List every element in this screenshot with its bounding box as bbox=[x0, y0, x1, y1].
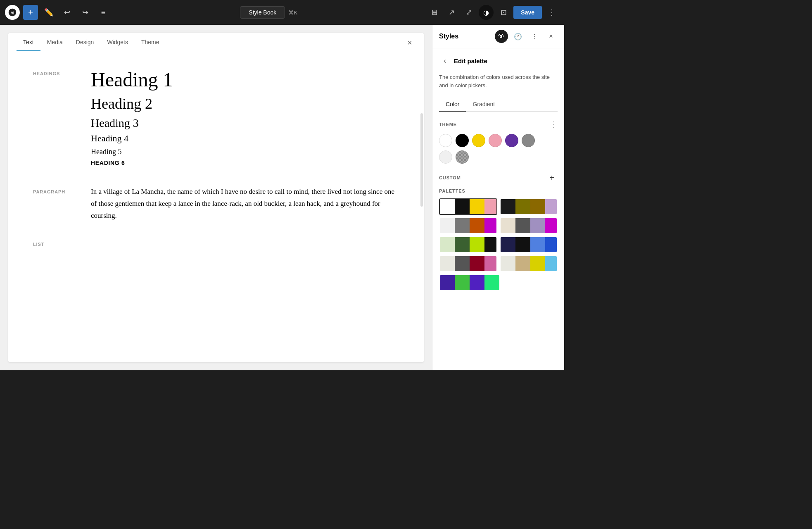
swatch-gray[interactable] bbox=[522, 134, 535, 147]
edit-palette-header: ‹ Edit palette bbox=[439, 55, 558, 67]
styles-content: ‹ Edit palette The combination of colors… bbox=[432, 48, 564, 370]
theme-label: THEME bbox=[439, 122, 457, 127]
edit-palette-desc: The combination of colors used across th… bbox=[439, 73, 558, 89]
styles-panel-title: Styles bbox=[439, 33, 491, 40]
theme-section-header: THEME ⋮ bbox=[439, 120, 558, 129]
headings-content: Heading 1 Heading 2 Heading 3 Heading 4 … bbox=[91, 68, 399, 169]
history-icon[interactable]: 🕐 bbox=[511, 30, 525, 43]
palette-row-5 bbox=[439, 274, 558, 291]
custom-label: CUSTOM bbox=[439, 175, 461, 180]
scrollbar[interactable] bbox=[420, 113, 423, 207]
palette-item-4[interactable] bbox=[500, 217, 558, 234]
palette-row-4 bbox=[439, 255, 558, 272]
heading-3: Heading 3 bbox=[91, 116, 399, 130]
swatch-black[interactable] bbox=[456, 134, 469, 147]
tab-widgets[interactable]: Widgets bbox=[100, 33, 135, 51]
palette-item-1[interactable] bbox=[439, 198, 497, 215]
external-link-icon[interactable]: ↗ bbox=[444, 5, 459, 20]
content-card: Text Media Design Widgets Theme × HEADIN… bbox=[8, 33, 424, 362]
palette-item-7[interactable] bbox=[439, 255, 497, 272]
heading-5: Heading 5 bbox=[91, 148, 399, 157]
palettes-label: PALETTES bbox=[439, 188, 558, 193]
palette-row-3 bbox=[439, 236, 558, 253]
tab-text[interactable]: Text bbox=[17, 33, 40, 51]
edit-icon[interactable]: ✏️ bbox=[41, 5, 56, 20]
add-custom-color-button[interactable]: + bbox=[546, 172, 558, 183]
tab-theme[interactable]: Theme bbox=[135, 33, 166, 51]
panel-toggle-icon[interactable]: ⊡ bbox=[496, 5, 511, 20]
styles-panel-header: Styles 👁 🕐 ⋮ × bbox=[432, 25, 564, 48]
heading-2: Heading 2 bbox=[91, 95, 399, 113]
tabs-bar: Text Media Design Widgets Theme × bbox=[8, 33, 424, 51]
sub-tab-gradient[interactable]: Gradient bbox=[466, 98, 501, 112]
palette-row-2 bbox=[439, 217, 558, 234]
style-book-label: Style Book bbox=[240, 6, 285, 19]
swatch-pink[interactable] bbox=[489, 134, 502, 147]
swatch-purple[interactable] bbox=[505, 134, 518, 147]
theme-more-button[interactable]: ⋮ bbox=[550, 120, 558, 129]
palette-row-1 bbox=[439, 198, 558, 215]
heading-1: Heading 1 bbox=[91, 68, 399, 92]
swatch-white[interactable] bbox=[439, 134, 452, 147]
save-button[interactable]: Save bbox=[513, 6, 542, 19]
toolbar-right: 🖥 ↗ ⤢ ◑ ⊡ Save ⋮ bbox=[427, 5, 559, 20]
close-panel-button[interactable]: × bbox=[404, 35, 415, 51]
headings-section: HEADINGS Heading 1 Heading 2 Heading 3 H… bbox=[33, 68, 399, 169]
wp-logo bbox=[5, 5, 20, 20]
paragraph-section: PARAGRAPH In a village of La Mancha, the… bbox=[33, 186, 399, 222]
palette-item-2[interactable] bbox=[500, 198, 558, 215]
heading-4: Heading 4 bbox=[91, 133, 399, 144]
custom-section-header: CUSTOM + bbox=[439, 172, 558, 183]
close-styles-icon[interactable]: × bbox=[544, 30, 558, 43]
heading-6: HEADING 6 bbox=[91, 160, 399, 166]
paragraph-text: In a village of La Mancha, the name of w… bbox=[91, 186, 399, 222]
undo-icon[interactable]: ↩ bbox=[59, 5, 74, 20]
right-panel: Styles 👁 🕐 ⋮ × ‹ Edit palette The combin… bbox=[432, 25, 564, 370]
left-panel: Text Media Design Widgets Theme × HEADIN… bbox=[0, 25, 432, 370]
content-scroll: HEADINGS Heading 1 Heading 2 Heading 3 H… bbox=[8, 51, 424, 362]
more-options-icon[interactable]: ⋮ bbox=[544, 5, 559, 20]
headings-label: HEADINGS bbox=[33, 68, 74, 161]
tab-design[interactable]: Design bbox=[69, 33, 101, 51]
paragraph-content: In a village of La Mancha, the name of w… bbox=[91, 186, 399, 222]
palette-item-6[interactable] bbox=[500, 236, 558, 253]
keyboard-shortcut: ⌘K bbox=[288, 10, 297, 16]
panel-more-icon[interactable]: ⋮ bbox=[528, 30, 541, 43]
eye-icon[interactable]: 👁 bbox=[495, 30, 508, 43]
resize-icon[interactable]: ⤢ bbox=[461, 5, 476, 20]
desktop-view-icon[interactable]: 🖥 bbox=[427, 5, 442, 20]
palette-item-9[interactable] bbox=[439, 274, 500, 291]
sub-tab-color[interactable]: Color bbox=[439, 98, 466, 112]
list-label: LIST bbox=[33, 238, 74, 247]
palette-grid bbox=[439, 198, 558, 291]
back-button[interactable]: ‹ bbox=[439, 55, 451, 67]
theme-swatches bbox=[439, 134, 558, 164]
edit-palette-title: Edit palette bbox=[454, 57, 487, 64]
palette-item-8[interactable] bbox=[500, 255, 558, 272]
menu-icon[interactable]: ≡ bbox=[96, 5, 111, 20]
toolbar: + ✏️ ↩ ↪ ≡ Style Book ⌘K 🖥 ↗ ⤢ ◑ ⊡ Save … bbox=[0, 0, 564, 25]
palette-item-5[interactable] bbox=[439, 236, 497, 253]
theme-toggle[interactable]: ◑ bbox=[479, 5, 494, 20]
sub-tabs: Color Gradient bbox=[439, 98, 558, 112]
swatch-yellow[interactable] bbox=[472, 134, 485, 147]
palette-item-3[interactable] bbox=[439, 217, 497, 234]
list-section: LIST bbox=[33, 238, 399, 255]
list-content bbox=[91, 238, 399, 255]
tab-media[interactable]: Media bbox=[40, 33, 69, 51]
add-button[interactable]: + bbox=[23, 5, 38, 20]
swatch-checker[interactable] bbox=[456, 150, 469, 164]
redo-icon[interactable]: ↪ bbox=[78, 5, 93, 20]
paragraph-label: PARAGRAPH bbox=[33, 186, 74, 214]
swatch-light-gray[interactable] bbox=[439, 150, 452, 164]
main-area: Text Media Design Widgets Theme × HEADIN… bbox=[0, 25, 564, 370]
toolbar-center: Style Book ⌘K bbox=[114, 6, 423, 19]
